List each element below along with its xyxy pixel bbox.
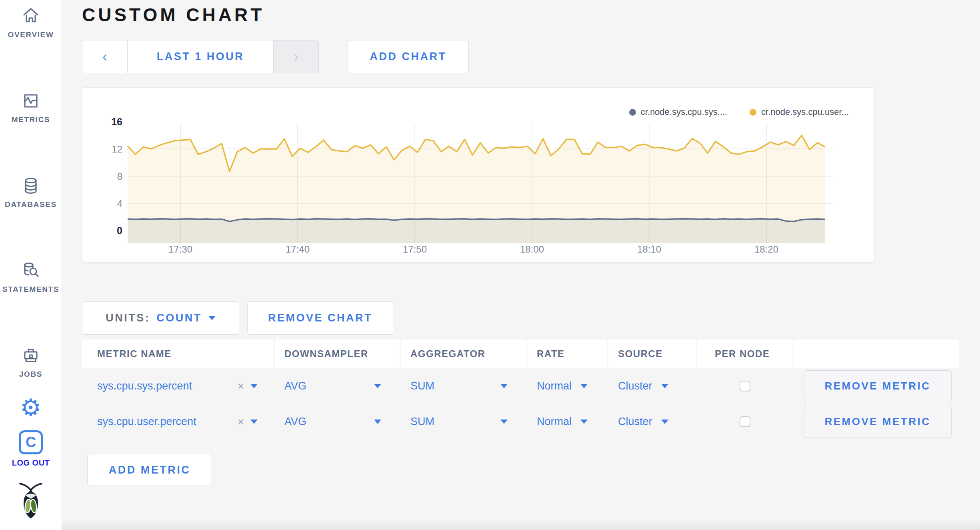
rate-dropdown[interactable]: Normal	[537, 380, 588, 392]
custom-chart-page: OVERVIEWMETRICSDATABASESSTATEMENTSJOBS ⚙…	[0, 0, 980, 530]
units-dropdown[interactable]: UNITS: COUNT	[82, 301, 239, 335]
remove-chart-button[interactable]: REMOVE CHART	[247, 301, 393, 335]
sidebar-item-label: METRICS	[12, 115, 50, 124]
svg-text:17:30: 17:30	[168, 244, 192, 255]
time-prev-button[interactable]: ‹	[82, 40, 128, 73]
remove-metric-button[interactable]: REMOVE METRIC	[804, 406, 952, 438]
legend-dot	[750, 109, 756, 116]
units-label: UNITS:	[106, 312, 150, 324]
chevron-down-icon[interactable]	[500, 420, 508, 424]
svg-text:17:50: 17:50	[403, 244, 427, 255]
metric-name-value[interactable]: sys.cpu.sys.percent	[97, 380, 192, 392]
database-icon	[21, 175, 41, 195]
metric-table-header: METRIC NAMEDOWNSAMPLERAGGREGATORRATESOUR…	[82, 339, 960, 368]
metric-table: METRIC NAMEDOWNSAMPLERAGGREGATORRATESOUR…	[82, 339, 960, 440]
home-icon	[21, 6, 41, 26]
clear-metric-icon[interactable]: ×	[238, 380, 244, 393]
sidebar-item-databases[interactable]: DATABASES	[0, 175, 62, 209]
column-header-aggregator: AGGREGATOR	[401, 339, 526, 368]
add-metric-button[interactable]: ADD METRIC	[87, 454, 212, 486]
sidebar: OVERVIEWMETRICSDATABASESSTATEMENTSJOBS ⚙…	[0, 0, 62, 530]
logout-link[interactable]: LOG OUT	[12, 458, 50, 468]
page-title: CUSTOM CHART	[82, 4, 980, 26]
svg-text:4: 4	[117, 198, 122, 209]
aggregator-cell: SUM	[401, 404, 526, 440]
time-next-button[interactable]: ›	[273, 40, 318, 73]
chart-legend: cr.node.sys.cpu.sys....cr.node.sys.cpu.u…	[629, 107, 849, 117]
metric-row: sys.cpu.sys.percent×AVGSUMNormalClusterR…	[82, 368, 960, 404]
remove-metric-cell: REMOVE METRIC	[794, 368, 959, 404]
chevron-left-icon: ‹	[102, 48, 107, 65]
downsampler-cell: AVG	[275, 404, 400, 440]
aggregator-dropdown[interactable]: SUM	[410, 380, 434, 392]
clear-metric-icon[interactable]: ×	[238, 416, 244, 428]
sidebar-item-label: OVERVIEW	[8, 30, 54, 39]
metric-name-value[interactable]: sys.cpu.user.percent	[97, 416, 196, 428]
aggregator-dropdown[interactable]: SUM	[410, 416, 434, 428]
per-node-checkbox[interactable]	[740, 381, 750, 391]
column-header-metric-name: METRIC NAME	[82, 339, 274, 368]
chevron-down-icon[interactable]	[250, 384, 258, 388]
downsampler-dropdown[interactable]: AVG	[284, 380, 306, 392]
column-header-empty	[794, 339, 959, 368]
chevron-down-icon	[661, 384, 668, 388]
source-cell: Cluster	[608, 404, 696, 440]
sidebar-item-jobs[interactable]: JOBS	[0, 345, 62, 379]
rate-dropdown[interactable]: Normal	[537, 416, 588, 428]
remove-metric-cell: REMOVE METRIC	[794, 404, 959, 440]
metric-row: sys.cpu.user.percent×AVGSUMNormalCluster…	[82, 404, 960, 440]
column-header-rate: RATE	[527, 339, 607, 368]
svg-text:0: 0	[117, 225, 122, 236]
column-header-source: SOURCE	[608, 339, 696, 368]
add-chart-button[interactable]: ADD CHART	[348, 40, 469, 73]
legend-dot	[629, 109, 636, 116]
column-header-per-node: PER NODE	[697, 339, 793, 368]
metric-name-cell: sys.cpu.user.percent×	[82, 404, 274, 440]
per-node-cell	[697, 404, 793, 440]
source-dropdown[interactable]: Cluster	[618, 416, 668, 428]
sidebar-item-label: STATEMENTS	[2, 285, 59, 294]
rate-cell: Normal	[527, 404, 607, 440]
chevron-down-icon	[580, 420, 588, 424]
chevron-down-icon	[580, 384, 588, 388]
chart-controls-row: UNITS: COUNT REMOVE CHART	[82, 301, 980, 335]
legend-label: cr.node.sys.cpu.sys....	[641, 107, 727, 117]
sidebar-item-overview[interactable]: OVERVIEW	[0, 6, 62, 39]
cockroach-c-logo[interactable]: C	[19, 430, 43, 454]
column-header-downsampler: DOWNSAMPLER	[275, 339, 400, 368]
scroll-shadow	[62, 520, 980, 530]
sidebar-item-metrics[interactable]: METRICS	[0, 90, 62, 124]
svg-text:16: 16	[111, 116, 122, 127]
sidebar-nav: OVERVIEWMETRICSDATABASESSTATEMENTSJOBS	[0, 0, 62, 379]
time-range-label[interactable]: LAST 1 HOUR	[128, 40, 273, 73]
aggregator-cell: SUM	[401, 368, 526, 404]
toolbar: ‹ LAST 1 HOUR › ADD CHART	[82, 40, 980, 73]
chevron-right-icon: ›	[294, 48, 298, 65]
sidebar-item-label: DATABASES	[5, 200, 57, 209]
svg-text:12: 12	[112, 144, 122, 155]
svg-text:8: 8	[117, 171, 122, 182]
sidebar-item-statements[interactable]: STATEMENTS	[0, 260, 62, 294]
remove-metric-button[interactable]: REMOVE METRIC	[804, 370, 952, 402]
gear-icon[interactable]: ⚙	[20, 396, 42, 420]
downsampler-dropdown[interactable]: AVG	[284, 416, 306, 428]
sidebar-bottom: ⚙ C LOG OUT	[0, 396, 62, 530]
chevron-down-icon[interactable]	[374, 420, 381, 424]
chart-panel: 17:3017:4017:5018:0018:1018:200481216 cr…	[82, 87, 874, 263]
source-dropdown[interactable]: Cluster	[618, 380, 668, 392]
metrics-icon	[21, 90, 41, 110]
per-node-cell	[697, 368, 793, 404]
svg-text:18:00: 18:00	[520, 244, 544, 255]
legend-label: cr.node.sys.cpu.user...	[761, 107, 849, 117]
chevron-down-icon[interactable]	[374, 384, 381, 388]
units-value: COUNT	[156, 312, 202, 324]
cockroach-bug-logo	[18, 481, 44, 521]
chevron-down-icon[interactable]	[500, 384, 508, 388]
legend-item[interactable]: cr.node.sys.cpu.user...	[750, 107, 849, 117]
legend-item[interactable]: cr.node.sys.cpu.sys....	[629, 107, 727, 117]
per-node-checkbox[interactable]	[740, 416, 750, 427]
chevron-down-icon[interactable]	[250, 420, 258, 424]
chevron-down-icon	[661, 420, 668, 424]
svg-text:18:20: 18:20	[754, 244, 778, 255]
briefcase-icon	[21, 345, 41, 365]
